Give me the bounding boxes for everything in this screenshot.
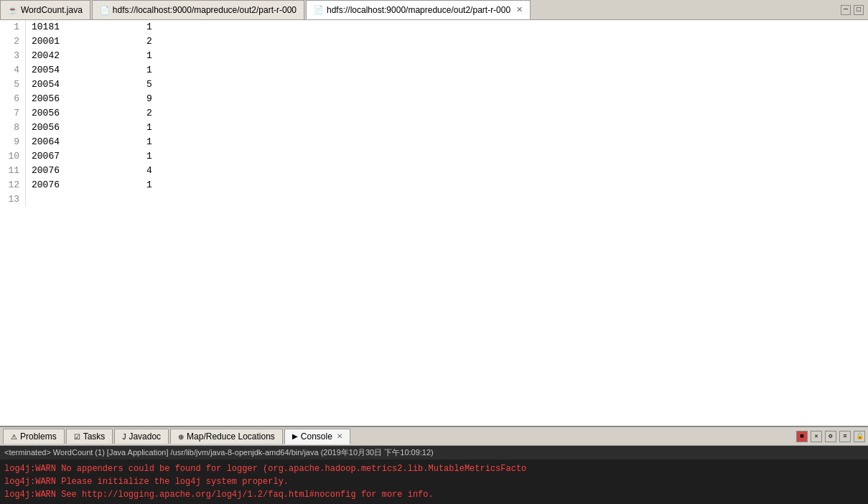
tab-hdfs-out2-1[interactable]: 📄 hdfs://localhost:9000/mapreduce/out2/p…	[92, 0, 304, 19]
line-number: 13	[0, 192, 26, 207]
word-key: 10181	[32, 20, 89, 34]
console-header: <terminated> WordCount (1) [Java Applica…	[0, 446, 868, 459]
word-key: 20067	[32, 149, 89, 164]
word-key: 20054	[32, 63, 89, 78]
minimize-button[interactable]: ─	[841, 5, 851, 15]
line-content: 200012	[32, 34, 152, 49]
tab-javadoc[interactable]: J Javadoc	[114, 429, 169, 444]
word-count: 2	[146, 34, 152, 49]
tab-label-problems: Problems	[20, 431, 57, 442]
word-key: 20042	[32, 49, 89, 63]
table-row: 12200761	[0, 178, 868, 192]
file-icon-2: 📄	[314, 5, 324, 14]
table-row: 4200541	[0, 63, 868, 78]
table-row: 6200569	[0, 92, 868, 106]
tab-label-tasks: Tasks	[83, 431, 106, 442]
table-row: 7200562	[0, 106, 868, 121]
line-content: 200421	[32, 49, 152, 63]
tab-label-hdfs-2: hdfs://localhost:9000/mapreduce/out2/par…	[327, 5, 510, 15]
tab-wordcount-java[interactable]: ☕ WordCount.java	[0, 0, 90, 19]
word-key: 20076	[32, 164, 89, 178]
table-row: 9200641	[0, 135, 868, 149]
line-content: 200671	[32, 149, 152, 164]
tab-problems[interactable]: ⚠ Problems	[3, 429, 65, 444]
word-count: 9	[146, 92, 152, 106]
line-number: 2	[0, 34, 26, 49]
console-actions: ■ ✕ ⚙ ≡ 🔒	[796, 431, 865, 442]
console-line: log4j:WARN No appenders could be found f…	[4, 462, 864, 475]
line-number: 8	[0, 121, 26, 135]
line-content: 200541	[32, 63, 152, 78]
file-icon-1: 📄	[100, 6, 110, 15]
table-row: 11200764	[0, 164, 868, 178]
word-key: 20001	[32, 34, 89, 49]
word-key: 20054	[32, 78, 89, 92]
close-console-button[interactable]: ✕	[811, 431, 822, 442]
line-number: 1	[0, 20, 26, 34]
line-content: 101811	[32, 20, 152, 34]
tab-bar: ☕ WordCount.java 📄 hdfs://localhost:9000…	[0, 0, 868, 20]
table-row: 3200421	[0, 49, 868, 63]
window-controls: ─ □	[836, 0, 868, 19]
pin-button[interactable]: 🔒	[854, 431, 865, 442]
console-tab-close-icon[interactable]: ✕	[337, 432, 342, 440]
table-row: 2200012	[0, 34, 868, 49]
word-key: 20056	[32, 121, 89, 135]
tab-close-icon[interactable]: ✕	[516, 5, 523, 14]
console-output: log4j:WARN No appenders could be found f…	[0, 459, 868, 504]
tab-label-javadoc: Javadoc	[129, 431, 161, 442]
line-content: 200562	[32, 106, 152, 121]
tab-hdfs-out2-2[interactable]: 📄 hdfs://localhost:9000/mapreduce/out2/p…	[306, 0, 531, 19]
tasks-icon: ☑	[74, 433, 80, 441]
line-number: 6	[0, 92, 26, 106]
word-count: 2	[146, 106, 152, 121]
tab-tasks[interactable]: ☑ Tasks	[66, 429, 113, 444]
line-number: 4	[0, 63, 26, 78]
line-number: 5	[0, 78, 26, 92]
word-key: 20056	[32, 92, 89, 106]
word-count: 1	[146, 63, 152, 78]
table-row: 13	[0, 192, 868, 207]
mapreduce-icon: ⊕	[178, 433, 184, 441]
word-count: 1	[146, 49, 152, 63]
line-content: 200761	[32, 178, 152, 192]
word-count: 1	[146, 20, 152, 34]
toggle-console-button[interactable]: ⚙	[825, 431, 836, 442]
problems-icon: ⚠	[11, 433, 17, 441]
editor-content[interactable]: 1101811220001232004214200541520054562005…	[0, 20, 868, 426]
console-line: log4j:WARN See http://logging.apache.org…	[4, 488, 864, 501]
java-file-icon: ☕	[8, 6, 18, 15]
line-content: 200545	[32, 78, 152, 92]
table-row: 1101811	[0, 20, 868, 34]
tab-mapreduce[interactable]: ⊕ Map/Reduce Locations	[170, 429, 283, 444]
line-content: 200764	[32, 164, 152, 178]
word-key: 20056	[32, 106, 89, 121]
line-number: 9	[0, 135, 26, 149]
tab-label-mapreduce: Map/Reduce Locations	[187, 431, 275, 442]
console-line: log4j:WARN Please initialize the log4j s…	[4, 475, 864, 488]
line-number: 3	[0, 49, 26, 63]
bottom-tab-bar: ⚠ Problems ☑ Tasks J Javadoc ⊕ Map/Reduc…	[0, 427, 868, 446]
tab-console[interactable]: ▶ Console ✕	[284, 429, 350, 444]
bottom-panel: ⚠ Problems ☑ Tasks J Javadoc ⊕ Map/Reduc…	[0, 426, 868, 504]
tab-label-hdfs-1: hdfs://localhost:9000/mapreduce/out2/par…	[113, 5, 297, 15]
word-count: 1	[146, 121, 152, 135]
line-number: 10	[0, 149, 26, 164]
scroll-lock-button[interactable]: ≡	[839, 431, 851, 442]
tab-label-wordcount: WordCount.java	[21, 5, 83, 15]
terminate-button[interactable]: ■	[796, 431, 808, 442]
table-row: 5200545	[0, 78, 868, 92]
word-count: 4	[146, 164, 152, 178]
word-key: 20064	[32, 135, 89, 149]
line-content: 200561	[32, 121, 152, 135]
line-number: 7	[0, 106, 26, 121]
line-content: 200641	[32, 135, 152, 149]
word-count: 1	[146, 178, 152, 192]
javadoc-icon: J	[122, 433, 126, 441]
console-icon: ▶	[292, 432, 298, 440]
editor-area: 1101811220001232004214200541520054562005…	[0, 20, 868, 426]
restore-button[interactable]: □	[854, 5, 864, 15]
table-row: 10200671	[0, 149, 868, 164]
table-row: 8200561	[0, 121, 868, 135]
word-key: 20076	[32, 178, 89, 192]
